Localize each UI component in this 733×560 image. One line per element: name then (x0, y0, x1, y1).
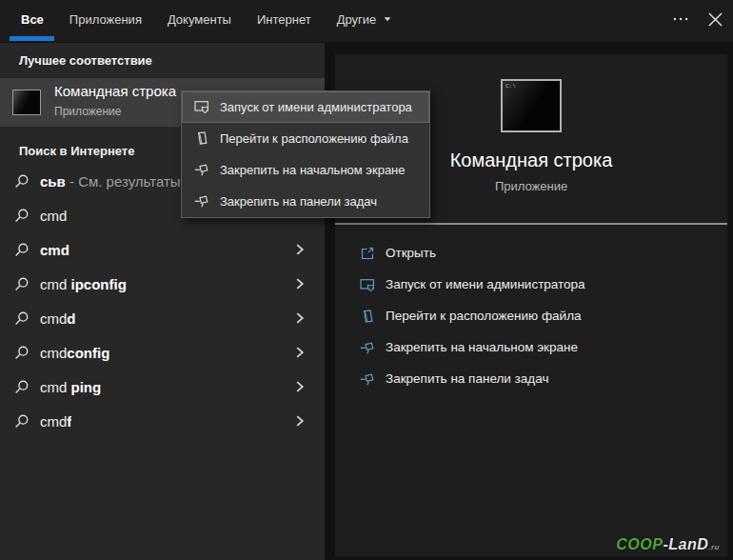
web-search-section-header: Поиск в Интернете (19, 144, 134, 158)
menu-item-label: Перейти к расположению файла (220, 131, 408, 146)
action-pin-to-taskbar[interactable]: Закрепить на панели задач (335, 364, 727, 395)
search-icon-wrap (14, 276, 30, 291)
best-match-title: Командная строка (54, 83, 176, 99)
pin-icon-wrap (360, 371, 375, 387)
tab-documents[interactable]: Документы (168, 12, 231, 27)
file-location-icon-wrap (194, 130, 209, 146)
suggestion-text: cmd (40, 208, 67, 224)
action-label: Закрепить на панели задач (386, 371, 548, 386)
search-icon (14, 208, 30, 223)
search-icon (14, 345, 30, 360)
search-icon (14, 413, 30, 429)
pin-icon (360, 371, 375, 387)
search-icon (14, 242, 30, 257)
pin-icon-wrap (194, 193, 209, 209)
tab-apps[interactable]: Приложения (69, 12, 142, 27)
action-label: Открыть (386, 246, 436, 260)
chevron-right-icon (292, 345, 307, 360)
expand-suggestion-button[interactable] (292, 276, 307, 291)
tab-web[interactable]: Интернет (257, 12, 311, 27)
menu-pin-to-start[interactable]: Закрепить на начальном экране (182, 154, 429, 186)
search-suggestion[interactable]: cmdconfig (0, 335, 325, 370)
menu-item-label: Закрепить на начальном экране (220, 163, 406, 177)
ellipsis-icon (672, 10, 689, 28)
pin-icon-wrap (194, 162, 209, 177)
search-suggestion[interactable]: cmd (0, 232, 325, 267)
preview-divider (335, 223, 727, 225)
command-prompt-icon-text: C:\ (505, 83, 516, 90)
chevron-right-icon (292, 276, 307, 291)
command-prompt-large-icon: C:\ (501, 79, 562, 132)
search-icon (14, 173, 30, 189)
search-icon (14, 379, 30, 394)
tab-list: ВсеПриложенияДокументыИнтернетДругие (21, 0, 393, 38)
command-prompt-icon (12, 90, 41, 115)
suggestion-text: cmd ipconfig (40, 276, 127, 292)
pin-icon (194, 162, 209, 177)
action-label: Перейти к расположению файла (386, 309, 582, 323)
menu-pin-to-taskbar[interactable]: Закрепить на панели задач (182, 186, 429, 217)
tab-apps-label: Приложения (69, 12, 142, 27)
menu-open-file-location[interactable]: Перейти к расположению файла (182, 123, 429, 154)
expand-suggestion-button[interactable] (292, 310, 307, 326)
close-button[interactable] (705, 0, 725, 38)
action-open[interactable]: Открыть (335, 238, 727, 270)
action-label: Запуск от имени администратора (386, 277, 585, 291)
context-menu: Запуск от имени администратораПерейти к … (181, 90, 430, 218)
tab-all[interactable]: Все (21, 12, 44, 27)
admin-shield-icon-wrap (360, 277, 375, 292)
coop-land-watermark: COOP-LanD.ru (616, 536, 720, 553)
file-location-icon (360, 309, 375, 324)
watermark-land: -LanD (663, 536, 708, 552)
expand-suggestion-button[interactable] (292, 345, 307, 360)
suggestion-text: cmdf (40, 413, 71, 430)
tab-documents-label: Документы (168, 12, 231, 27)
suggestion-text: cmd ping (40, 379, 101, 395)
suggestion-text: cmdd (40, 310, 76, 327)
admin-shield-icon (360, 277, 375, 292)
active-tab-underline (10, 36, 54, 41)
expand-suggestion-button[interactable] (292, 413, 307, 429)
chevron-right-icon (292, 310, 307, 326)
pin-icon (360, 340, 375, 355)
search-filter-tab-bar: ВсеПриложенияДокументыИнтернетДругие (0, 0, 733, 43)
action-pin-to-start[interactable]: Закрепить на начальном экране (335, 332, 727, 364)
tab-more-label: Другие (337, 12, 377, 27)
suggestion-text: cmd (40, 242, 69, 258)
admin-shield-icon (194, 99, 209, 114)
open-window-icon-wrap (360, 246, 375, 261)
action-label: Закрепить на начальном экране (386, 340, 578, 354)
caret-down-icon (382, 13, 393, 25)
file-location-icon (194, 130, 209, 146)
tab-web-label: Интернет (257, 12, 311, 27)
suggestion-text: cmdconfig (40, 345, 109, 361)
chevron-right-icon (292, 242, 307, 257)
expand-suggestion-button[interactable] (292, 242, 307, 257)
action-open-file-location[interactable]: Перейти к расположению файла (335, 301, 727, 332)
action-run-as-admin[interactable]: Запуск от имени администратора (335, 270, 727, 301)
search-icon-wrap (14, 208, 30, 223)
menu-run-as-admin[interactable]: Запуск от имени администратора (182, 91, 429, 123)
best-match-subtitle: Приложение (54, 105, 121, 118)
search-suggestion[interactable]: cmd ping (0, 370, 325, 404)
watermark-ru: .ru (708, 543, 720, 551)
expand-suggestion-button[interactable] (292, 379, 307, 394)
search-icon (14, 310, 30, 326)
file-location-icon-wrap (360, 309, 375, 324)
pin-icon (194, 193, 209, 209)
more-options-button[interactable] (672, 0, 689, 38)
tab-all-label: Все (21, 12, 44, 27)
watermark-coop: COOP (616, 536, 663, 552)
search-suggestion[interactable]: cmdf (0, 404, 325, 438)
admin-shield-icon-wrap (194, 99, 209, 114)
tab-more[interactable]: Другие (337, 12, 394, 27)
best-match-section-header: Лучшее соответствие (19, 53, 152, 68)
menu-item-label: Запуск от имени администратора (220, 100, 412, 114)
preview-action-list: ОткрытьЗапуск от имени администратораПер… (335, 238, 727, 395)
search-icon-wrap (14, 242, 30, 257)
chevron-right-icon (292, 413, 307, 429)
search-icon-wrap (14, 310, 30, 326)
chevron-right-icon (292, 379, 307, 394)
search-suggestion[interactable]: cmdd (0, 301, 325, 335)
search-suggestion[interactable]: cmd ipconfig (0, 267, 325, 301)
